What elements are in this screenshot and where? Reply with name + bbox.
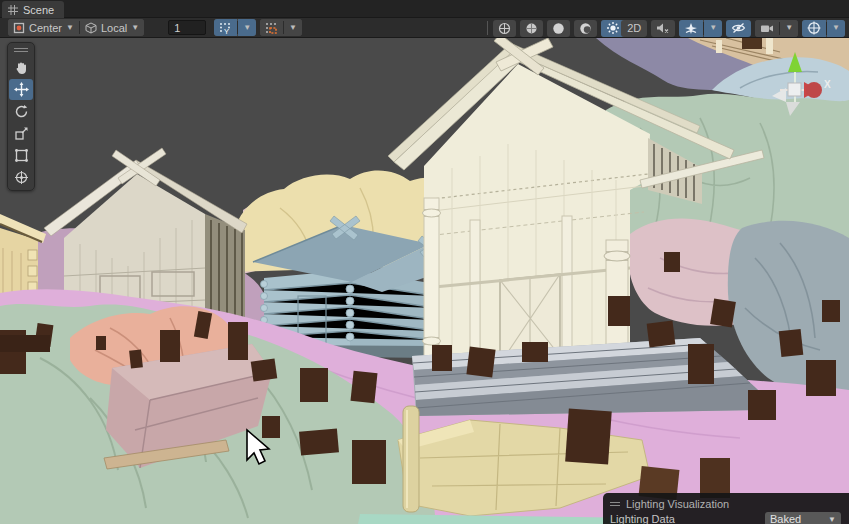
lighting-visualization-panel: Lighting Visualization Lighting Data Bak…: [603, 493, 849, 524]
chevron-down-icon: ▼: [131, 24, 139, 32]
gizmo-sphere-icon: [807, 21, 821, 35]
scene-viewport[interactable]: X: [0, 38, 849, 524]
lighting-panel-header[interactable]: Lighting Visualization: [610, 496, 841, 511]
tab-strip: Scene: [0, 0, 849, 18]
grid-visibility-button[interactable]: Y: [214, 19, 237, 36]
camera-settings-dropdown[interactable]: ▼: [780, 20, 798, 37]
effects-dropdown[interactable]: ▼: [704, 20, 722, 37]
lighting-data-row: Lighting Data Baked ▼: [610, 511, 841, 524]
unity-scene-view-window: Scene Center ▼ Local ▼: [0, 0, 849, 524]
grid-snap-icon: Y: [219, 22, 232, 34]
audio-toggle-button[interactable]: [651, 20, 675, 37]
tool-rail: [7, 42, 35, 191]
draw-mode-shadedwire-button[interactable]: [520, 20, 543, 37]
toggle-2d-label: 2D: [627, 22, 641, 34]
lighting-data-dropdown[interactable]: Baked ▼: [765, 512, 841, 524]
pivot-icon: [13, 22, 25, 34]
rect-tool-button[interactable]: [9, 145, 33, 166]
scale-tool-icon: [14, 126, 29, 141]
chevron-down-icon: ▼: [243, 24, 251, 32]
wire-sphere-icon: [498, 22, 511, 35]
orientation-mode-label: Local: [101, 22, 127, 34]
snap-increment-field[interactable]: [168, 20, 206, 35]
effects-icon: [684, 22, 698, 35]
pivot-mode-button[interactable]: Center ▼: [8, 19, 79, 36]
transform-tool-icon: [14, 170, 29, 185]
rotate-tool-button[interactable]: [9, 101, 33, 122]
increment-snap-icon: [265, 22, 278, 34]
unlit-sphere-icon: [579, 22, 592, 35]
grid-icon: [8, 5, 18, 15]
camera-settings-group: ▼: [755, 20, 798, 37]
tab-scene-label: Scene: [23, 4, 54, 16]
speaker-muted-icon: [656, 22, 670, 34]
increment-snap-dropdown[interactable]: ▼: [284, 19, 302, 36]
camera-icon: [760, 23, 774, 34]
tab-scene[interactable]: Scene: [2, 1, 64, 18]
pivot-mode-label: Center: [29, 22, 62, 34]
gizmos-group: ▼: [802, 20, 845, 37]
increment-snap-button[interactable]: [260, 19, 283, 36]
scale-tool-button[interactable]: [9, 123, 33, 144]
shaded-sphere-icon: [552, 22, 565, 35]
draw-mode-unlit-button[interactable]: [574, 20, 597, 37]
transform-tool-button[interactable]: [9, 167, 33, 188]
orientation-mode-button[interactable]: Local ▼: [80, 19, 144, 36]
chevron-down-icon: ▼: [785, 24, 793, 32]
grid-snap-group: Y ▼: [214, 19, 256, 36]
lighting-panel-title: Lighting Visualization: [626, 498, 729, 510]
move-tool-icon: [14, 82, 29, 97]
rect-tool-icon: [14, 148, 29, 163]
move-tool-button[interactable]: [9, 79, 33, 100]
gizmos-dropdown[interactable]: ▼: [827, 20, 845, 37]
lighting-data-value: Baked: [770, 513, 801, 524]
tool-settings-group: Center ▼ Local ▼: [8, 19, 144, 36]
scene-visibility-button[interactable]: [726, 20, 751, 37]
chevron-down-icon: ▼: [66, 24, 74, 32]
lighting-data-label: Lighting Data: [610, 513, 675, 524]
sun-icon: [606, 21, 620, 35]
gizmo-x-label: X: [824, 79, 831, 90]
scene-toolbar: Center ▼ Local ▼ Y ▼: [0, 18, 849, 38]
hand-tool-button[interactable]: [9, 57, 33, 78]
chevron-down-icon: ▼: [832, 24, 840, 32]
chevron-down-icon: ▼: [709, 24, 717, 32]
gizmos-toggle-button[interactable]: [802, 20, 826, 37]
effects-toggle-button[interactable]: [679, 20, 703, 37]
effects-group: ▼: [679, 20, 722, 37]
shaded-wire-sphere-icon: [525, 22, 538, 35]
tool-rail-handle[interactable]: [9, 44, 33, 56]
cube-icon: [85, 22, 97, 34]
chevron-down-icon: ▼: [828, 515, 836, 524]
camera-settings-button[interactable]: [755, 20, 779, 37]
increment-snap-group: ▼: [260, 19, 302, 36]
draw-mode-shaded-button[interactable]: [547, 20, 570, 37]
scene-render: X: [0, 38, 849, 524]
hand-tool-icon: [14, 61, 28, 75]
eye-slash-icon: [731, 22, 746, 34]
grid-axis-label: Y: [224, 26, 229, 34]
gizmo-center-cube[interactable]: [788, 83, 801, 96]
drag-handle-icon: [610, 502, 620, 506]
rotate-tool-icon: [14, 104, 29, 119]
chevron-down-icon: ▼: [289, 24, 297, 32]
draw-mode-wireframe-button[interactable]: [493, 20, 516, 37]
toggle-2d-button[interactable]: 2D: [621, 20, 647, 37]
grid-visibility-dropdown[interactable]: ▼: [238, 19, 256, 36]
